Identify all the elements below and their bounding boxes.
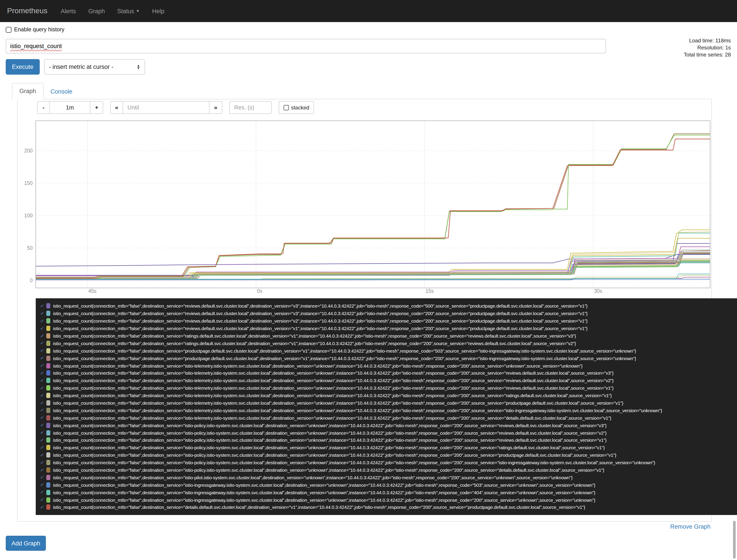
legend-row[interactable]: ✔istio_request_count{connection_mtls="fa…: [36, 399, 737, 407]
legend-row[interactable]: ✔istio_request_count{connection_mtls="fa…: [36, 474, 737, 481]
time-series-chart[interactable]: 05010015020045s0s15s30s: [18, 117, 711, 294]
legend-row[interactable]: ✔istio_request_count{connection_mtls="fa…: [36, 466, 737, 474]
series-checkmark-icon[interactable]: ✔: [40, 437, 44, 443]
series-checkmark-icon[interactable]: ✔: [40, 370, 44, 376]
x-tick-label: 45s: [88, 288, 96, 294]
legend-row[interactable]: ✔istio_request_count{connection_mtls="fa…: [36, 496, 737, 504]
series-checkmark-icon[interactable]: ✔: [40, 303, 44, 309]
query-history-toggle[interactable]: Enable query history: [6, 26, 64, 33]
query-history-checkbox[interactable]: [6, 27, 11, 32]
legend-row[interactable]: ✔istio_request_count{connection_mtls="fa…: [36, 354, 737, 362]
query-history-label: Enable query history: [14, 26, 64, 33]
tab-graph[interactable]: Graph: [12, 83, 43, 99]
series-checkmark-icon[interactable]: ✔: [40, 415, 44, 421]
range-input[interactable]: 1m: [50, 101, 90, 114]
nav-item-graph[interactable]: Graph: [82, 0, 111, 22]
legend-row[interactable]: ✔istio_request_count{connection_mtls="fa…: [36, 362, 737, 369]
legend-row[interactable]: ✔istio_request_count{connection_mtls="fa…: [36, 444, 737, 451]
series-label: istio_request_count{connection_mtls="fal…: [53, 497, 595, 502]
range-decrease-button[interactable]: -: [37, 101, 50, 114]
scrollbar-thumb[interactable]: [733, 521, 736, 559]
legend-row[interactable]: ✔istio_request_count{connection_mtls="fa…: [36, 317, 737, 325]
select-arrows-icon: ▲▼: [137, 64, 140, 70]
legend-row[interactable]: ✔istio_request_count{connection_mtls="fa…: [36, 392, 737, 399]
series-checkmark-icon[interactable]: ✔: [40, 482, 44, 488]
legend-row[interactable]: ✔istio_request_count{connection_mtls="fa…: [36, 489, 737, 496]
step-forward-icon[interactable]: »: [210, 101, 222, 114]
series-checkmark-icon[interactable]: ✔: [40, 489, 44, 495]
series-checkmark-icon[interactable]: ✔: [40, 378, 44, 383]
series-checkmark-icon[interactable]: ✔: [40, 467, 44, 473]
series-checkmark-icon[interactable]: ✔: [40, 355, 44, 361]
series-checkmark-icon[interactable]: ✔: [40, 504, 44, 510]
series-color-swatch: [46, 490, 50, 495]
brand[interactable]: Prometheus: [0, 7, 54, 15]
legend-row[interactable]: ✔istio_request_count{connection_mtls="fa…: [36, 407, 737, 414]
legend-row[interactable]: ✔istio_request_count{connection_mtls="fa…: [36, 422, 737, 429]
legend-row[interactable]: ✔istio_request_count{connection_mtls="fa…: [36, 302, 737, 310]
chevron-down-icon: ▼: [136, 9, 140, 13]
series-checkmark-icon[interactable]: ✔: [40, 475, 44, 480]
series-checkmark-icon[interactable]: ✔: [40, 422, 44, 428]
legend-row[interactable]: ✔istio_request_count{connection_mtls="fa…: [36, 459, 737, 466]
series-line: [36, 233, 710, 278]
legend-row[interactable]: ✔istio_request_count{connection_mtls="fa…: [36, 436, 737, 444]
stacked-checkbox[interactable]: [284, 105, 289, 110]
series-color-swatch: [46, 497, 50, 502]
legend-row[interactable]: ✔istio_request_count{connection_mtls="fa…: [36, 481, 737, 489]
series-checkmark-icon[interactable]: ✔: [40, 363, 44, 368]
series-line: [36, 134, 710, 278]
series-checkmark-icon[interactable]: ✔: [40, 311, 44, 316]
legend-row[interactable]: ✔istio_request_count{connection_mtls="fa…: [36, 384, 737, 392]
until-input[interactable]: Until: [123, 101, 210, 114]
range-increase-button[interactable]: +: [90, 101, 103, 114]
series-checkmark-icon[interactable]: ✔: [40, 445, 44, 451]
series-color-swatch: [46, 370, 50, 376]
legend-row[interactable]: ✔istio_request_count{connection_mtls="fa…: [36, 340, 737, 347]
series-checkmark-icon[interactable]: ✔: [40, 333, 44, 339]
series-checkmark-icon[interactable]: ✔: [40, 340, 44, 346]
step-back-icon[interactable]: «: [110, 101, 123, 114]
remove-graph-link[interactable]: Remove Graph: [670, 523, 711, 530]
series-checkmark-icon[interactable]: ✔: [40, 460, 44, 465]
series-color-swatch: [46, 318, 50, 323]
resolution-input[interactable]: Res. (s): [229, 101, 272, 114]
legend-row[interactable]: ✔istio_request_count{connection_mtls="fa…: [36, 429, 737, 436]
series-checkmark-icon[interactable]: ✔: [40, 318, 44, 324]
nav-item-status[interactable]: Status▼: [111, 0, 146, 22]
legend-row[interactable]: ✔istio_request_count{connection_mtls="fa…: [36, 332, 737, 340]
legend-row[interactable]: ✔istio_request_count{connection_mtls="fa…: [36, 377, 737, 384]
series-checkmark-icon[interactable]: ✔: [40, 408, 44, 413]
add-graph-button[interactable]: Add Graph: [6, 536, 46, 551]
series-color-swatch: [46, 453, 50, 458]
nav-item-alerts[interactable]: Alerts: [54, 0, 82, 22]
tab-console[interactable]: Console: [43, 84, 79, 99]
insert-metric-select[interactable]: - insert metric at cursor - ▲▼: [44, 59, 145, 75]
series-checkmark-icon[interactable]: ✔: [40, 497, 44, 503]
series-checkmark-icon[interactable]: ✔: [40, 325, 44, 331]
series-checkmark-icon[interactable]: ✔: [40, 430, 44, 436]
nav-item-help[interactable]: Help: [146, 0, 171, 22]
legend-row[interactable]: ✔istio_request_count{connection_mtls="fa…: [36, 347, 737, 355]
insert-metric-value: - insert metric at cursor -: [49, 64, 114, 70]
legend-row[interactable]: ✔istio_request_count{connection_mtls="fa…: [36, 369, 737, 377]
series-color-swatch: [46, 482, 50, 488]
series-color-swatch: [46, 393, 50, 398]
legend-row[interactable]: ✔istio_request_count{connection_mtls="fa…: [36, 414, 737, 422]
legend-row[interactable]: ✔istio_request_count{connection_mtls="fa…: [36, 451, 737, 459]
series-label: istio_request_count{connection_mtls="fal…: [53, 453, 616, 458]
series-checkmark-icon[interactable]: ✔: [40, 385, 44, 391]
query-input[interactable]: istio_request_count: [6, 39, 606, 53]
execute-button[interactable]: Execute: [6, 59, 40, 75]
series-label: istio_request_count{connection_mtls="fal…: [53, 490, 595, 495]
legend-row[interactable]: ✔istio_request_count{connection_mtls="fa…: [36, 504, 737, 511]
series-checkmark-icon[interactable]: ✔: [40, 400, 44, 406]
series-label: istio_request_count{connection_mtls="fal…: [53, 385, 613, 391]
legend-row[interactable]: ✔istio_request_count{connection_mtls="fa…: [36, 325, 737, 332]
series-checkmark-icon[interactable]: ✔: [40, 348, 44, 354]
legend-row[interactable]: ✔istio_request_count{connection_mtls="fa…: [36, 310, 737, 317]
stacked-toggle[interactable]: stacked: [279, 101, 314, 114]
series-checkmark-icon[interactable]: ✔: [40, 393, 44, 398]
prometheus-app: Prometheus Alerts Graph Status▼ Help Ena…: [0, 0, 737, 560]
series-checkmark-icon[interactable]: ✔: [40, 452, 44, 458]
